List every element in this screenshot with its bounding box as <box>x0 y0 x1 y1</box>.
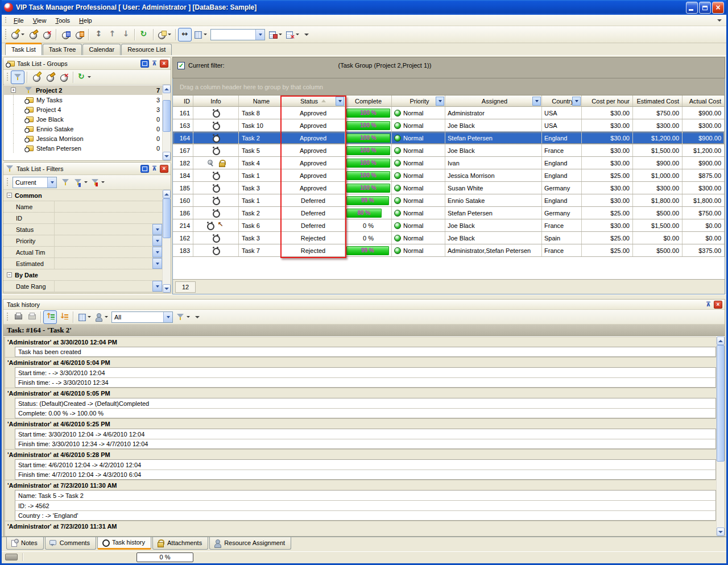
funnel-button[interactable] <box>59 176 72 189</box>
detail-tab[interactable]: Attachments <box>152 537 208 550</box>
combobox-dropdown-icon[interactable] <box>255 30 264 40</box>
menu-item[interactable]: Help <box>75 16 97 25</box>
move-down-button[interactable] <box>118 28 132 41</box>
funnel-button[interactable] <box>11 70 24 84</box>
detail-tab[interactable]: Resource Assignment <box>209 537 291 550</box>
print-button[interactable] <box>11 310 24 324</box>
filter-row[interactable]: Actual Tim <box>3 247 162 258</box>
funnel-button[interactable] <box>175 310 192 324</box>
task-edit-button[interactable] <box>43 70 57 84</box>
detail-tab[interactable]: Comments <box>45 537 96 550</box>
current-filter-checkbox[interactable]: ✓ <box>177 62 185 69</box>
tree-expander[interactable]: + <box>11 88 16 93</box>
assigned-filter-dropdown-icon[interactable] <box>532 97 541 106</box>
sort-save-button[interactable] <box>267 28 284 41</box>
filter-row[interactable]: ID <box>3 213 162 224</box>
filter-row[interactable]: Status <box>3 224 162 235</box>
table-row[interactable]: 183 Task 7 Rejected 99 % Normal <box>173 244 725 257</box>
column-header-estimated-cost[interactable]: Estimated Cost <box>633 95 682 106</box>
menu-item[interactable]: View <box>28 16 51 25</box>
column-header-info[interactable]: Info <box>193 95 239 106</box>
priority-filter-dropdown-icon[interactable] <box>436 97 444 106</box>
highlight-button[interactable] <box>156 28 173 41</box>
filters-pin-button[interactable] <box>150 165 159 173</box>
tree-item[interactable]: + Joe Black 0 <box>4 114 162 124</box>
column-header-status[interactable]: Status <box>282 95 345 106</box>
column-header-id[interactable]: ID <box>173 95 193 106</box>
scroll-thumb[interactable] <box>163 198 171 238</box>
refresh-button[interactable] <box>137 28 151 41</box>
filter-value-cell[interactable] <box>55 235 162 246</box>
funnel-save-button[interactable] <box>72 176 89 189</box>
dropdown-icon[interactable] <box>152 235 162 246</box>
column-header-complete[interactable]: Complete <box>345 95 392 106</box>
sort-asc-button[interactable] <box>43 310 57 324</box>
task-edit-button[interactable] <box>26 28 40 41</box>
move-updown-button[interactable] <box>91 28 105 41</box>
filter-row[interactable]: Estimated <box>3 258 162 269</box>
collapse-icon[interactable]: − <box>7 272 12 277</box>
filter-value-cell[interactable] <box>55 201 162 212</box>
task-new-button[interactable] <box>30 70 43 84</box>
groups-pin-button[interactable] <box>150 60 159 68</box>
table-row[interactable]: 167 Task 5 Approved 100 % Normal <box>173 144 725 157</box>
column-header-country[interactable]: Country <box>542 95 582 106</box>
table-row[interactable]: 163 Task 10 Approved 100 % Normal <box>173 119 725 132</box>
print-preview-button[interactable] <box>24 310 38 324</box>
tree-item[interactable]: + Project 2 7 <box>4 85 162 95</box>
tree-item[interactable]: + Stefan Petersen 0 <box>4 143 162 153</box>
task-update-button[interactable] <box>72 28 86 41</box>
task-delete-button[interactable] <box>57 70 71 84</box>
close-button[interactable]: × <box>712 2 724 14</box>
filter-section-header[interactable]: − By Date <box>3 269 162 281</box>
filters-restore-button[interactable] <box>140 165 149 173</box>
table-row[interactable]: 182 Task 4 Approved 100 % Normal <box>173 157 725 169</box>
history-scrollbar[interactable] <box>716 336 725 536</box>
tree-item[interactable]: + Jessica Morrison 0 <box>4 134 162 143</box>
status-filter-dropdown-icon[interactable] <box>336 97 344 106</box>
filter-value-cell[interactable] <box>55 281 162 292</box>
dropdown-icon[interactable] <box>152 247 162 257</box>
column-header-name[interactable]: Name <box>239 95 282 106</box>
filter-value-cell[interactable] <box>55 247 162 257</box>
columns-button[interactable] <box>76 310 93 324</box>
scroll-down-icon[interactable] <box>163 284 171 293</box>
toolbar-overflow-icon[interactable] <box>304 34 309 36</box>
dropdown-icon[interactable] <box>152 224 162 235</box>
column-header-assigned[interactable]: Assigned <box>445 95 542 106</box>
filter-section-header[interactable]: − Common <box>3 190 162 201</box>
history-pin-button[interactable] <box>704 301 713 309</box>
table-row[interactable]: 214 Task 6 Deferred 0 % Normal <box>173 219 725 232</box>
filter-value-cell[interactable] <box>55 213 162 223</box>
task-duplicate-button[interactable] <box>59 28 72 41</box>
tree-item[interactable]: + Project 4 3 <box>4 105 162 114</box>
move-up-button[interactable] <box>105 28 118 41</box>
tree-item[interactable]: + My Tasks 3 <box>4 95 162 105</box>
table-row[interactable]: 160 Task 1 Deferred 99 % Normal <box>173 194 725 207</box>
table-row[interactable]: 164 Task 2 Approved 100 % Normal <box>173 132 725 144</box>
history-close-button[interactable]: × <box>714 301 722 309</box>
tree-item[interactable]: + Ennio Satake 0 <box>4 124 162 134</box>
horizontal-splitter[interactable] <box>2 294 726 299</box>
scroll-thumb[interactable] <box>717 345 725 462</box>
funnel-clear-button[interactable] <box>89 176 106 189</box>
scroll-down-icon[interactable] <box>163 152 171 160</box>
fit-width-button[interactable] <box>178 28 192 41</box>
view-tab[interactable]: Resource List <box>121 44 172 55</box>
filter-clear-button[interactable] <box>284 28 301 41</box>
country-filter-dropdown-icon[interactable] <box>572 97 581 106</box>
dropdown-icon[interactable] <box>152 281 162 292</box>
toolbar-combobox[interactable]: Current <box>13 177 57 188</box>
detail-tab[interactable]: Task history <box>97 537 151 550</box>
scroll-up-icon[interactable] <box>717 336 725 345</box>
groups-restore-button[interactable] <box>140 60 149 68</box>
scroll-up-icon[interactable] <box>163 85 171 93</box>
task-new-button[interactable] <box>9 28 26 41</box>
menu-item[interactable]: Tools <box>51 16 75 25</box>
table-row[interactable]: 185 Task 3 Approved 100 % Normal <box>173 182 725 194</box>
view-tab[interactable]: Calendar <box>82 44 121 55</box>
toolbar-combobox[interactable] <box>210 29 265 40</box>
task-delete-button[interactable] <box>40 28 53 41</box>
column-header-cost-per-hour[interactable]: Cost per hour <box>582 95 633 106</box>
detail-tab[interactable]: Notes <box>6 537 44 550</box>
